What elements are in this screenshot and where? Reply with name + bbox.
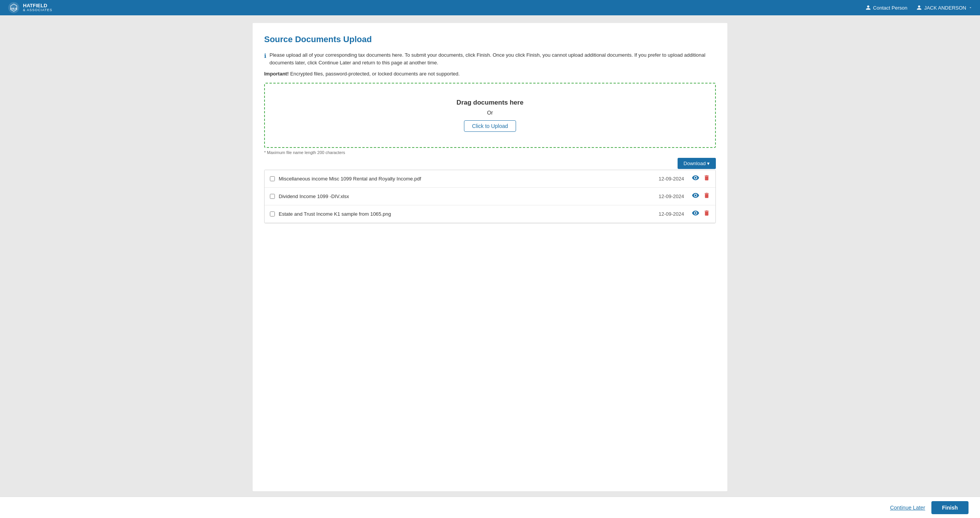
download-row: Download ▾ <box>264 158 716 169</box>
file-name: Dividend Income 1099 -DIV.xlsx <box>279 193 650 199</box>
contact-person-area[interactable]: Contact Person <box>866 5 908 11</box>
footer: Continue Later Finish <box>0 497 980 518</box>
file-checkbox-1[interactable] <box>270 194 275 199</box>
file-date: 12-09-2024 <box>650 176 684 182</box>
or-text: Or <box>273 110 707 116</box>
file-checkbox-0[interactable] <box>270 176 275 181</box>
continue-later-button[interactable]: Continue Later <box>890 505 925 511</box>
table-row: Dividend Income 1099 -DIV.xlsx 12-09-202… <box>265 188 715 205</box>
table-row: Estate and Trust Income K1 sample from 1… <box>265 205 715 223</box>
page-title: Source Documents Upload <box>264 34 716 44</box>
contact-label: Contact Person <box>873 5 908 11</box>
file-name-note: * Maximum file name length 200 character… <box>264 150 716 155</box>
file-name: Estate and Trust Income K1 sample from 1… <box>279 211 650 217</box>
important-note: Important! Encrypted files, password-pro… <box>264 71 716 77</box>
delete-icon[interactable] <box>703 192 710 201</box>
upload-zone[interactable]: Drag documents here Or Click to Upload <box>264 83 716 148</box>
view-icon[interactable] <box>692 192 699 201</box>
table-row: Interest Information 1099 INT sample.pdf… <box>265 223 715 223</box>
click-to-upload-button[interactable]: Click to Upload <box>464 120 516 132</box>
file-list: Miscellaneous income Misc 1099 Rental an… <box>264 170 716 223</box>
file-date: 12-09-2024 <box>650 193 684 199</box>
user-menu[interactable]: JACK ANDERSON <box>916 5 972 11</box>
info-box: ℹ Please upload all of your correspondin… <box>264 51 716 66</box>
view-icon[interactable] <box>692 209 699 219</box>
delete-icon[interactable] <box>703 174 710 183</box>
table-row: Miscellaneous income Misc 1099 Rental an… <box>265 170 715 188</box>
user-name: JACK ANDERSON <box>924 5 966 11</box>
chevron-down-icon <box>969 6 972 10</box>
delete-icon[interactable] <box>703 210 710 218</box>
header-right: Contact Person JACK ANDERSON <box>866 5 972 11</box>
person-icon <box>866 5 871 10</box>
hatfield-logo-icon: H&A <box>8 2 20 14</box>
info-text: Please upload all of your corresponding … <box>270 51 716 66</box>
drag-text: Drag documents here <box>273 99 707 107</box>
main-header: H&A HATFIELD & ASSOCIATES Contact Person… <box>0 0 980 15</box>
file-actions <box>692 192 710 201</box>
view-icon[interactable] <box>692 174 699 184</box>
download-button[interactable]: Download ▾ <box>678 158 716 169</box>
logo-area: H&A HATFIELD & ASSOCIATES <box>8 2 52 14</box>
file-name: Miscellaneous income Misc 1099 Rental an… <box>279 176 650 182</box>
file-actions <box>692 209 710 219</box>
content-card: Source Documents Upload ℹ Please upload … <box>253 23 727 491</box>
logo-tagline: & ASSOCIATES <box>23 8 52 12</box>
file-date: 12-09-2024 <box>650 211 684 217</box>
file-actions <box>692 174 710 184</box>
logo-name: HATFIELD <box>23 3 52 8</box>
important-label: Important! <box>264 71 289 77</box>
file-checkbox-2[interactable] <box>270 211 275 216</box>
finish-button[interactable]: Finish <box>931 501 969 514</box>
important-text: Encrypted files, password-protected, or … <box>289 71 460 77</box>
info-icon: ℹ <box>264 52 266 61</box>
user-icon <box>916 5 922 10</box>
